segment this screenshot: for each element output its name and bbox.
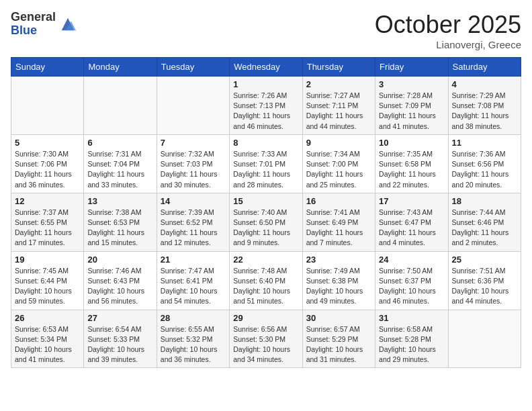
day-info: Sunrise: 7:47 AM Sunset: 6:41 PM Dayligh… [161, 266, 226, 307]
day-number: 4 [452, 79, 517, 89]
calendar-cell: 13Sunrise: 7:38 AM Sunset: 6:53 PM Dayli… [84, 193, 157, 251]
calendar-week-row: 26Sunrise: 6:53 AM Sunset: 5:34 PM Dayli… [11, 310, 521, 368]
calendar-cell: 28Sunrise: 6:55 AM Sunset: 5:32 PM Dayli… [157, 310, 229, 368]
calendar-day-header: Thursday [302, 58, 375, 77]
day-number: 14 [161, 196, 226, 206]
day-number: 16 [306, 196, 371, 206]
calendar-cell: 1Sunrise: 7:26 AM Sunset: 7:13 PM Daylig… [230, 77, 302, 135]
calendar-cell: 14Sunrise: 7:39 AM Sunset: 6:52 PM Dayli… [157, 193, 229, 251]
calendar-cell: 7Sunrise: 7:32 AM Sunset: 7:03 PM Daylig… [157, 134, 229, 193]
day-number: 1 [233, 79, 298, 89]
calendar-cell: 18Sunrise: 7:44 AM Sunset: 6:46 PM Dayli… [448, 193, 521, 251]
calendar-day-header: Tuesday [157, 58, 229, 77]
day-info: Sunrise: 7:26 AM Sunset: 7:13 PM Dayligh… [233, 91, 298, 132]
day-info: Sunrise: 6:54 AM Sunset: 5:33 PM Dayligh… [87, 324, 152, 365]
calendar-cell: 23Sunrise: 7:49 AM Sunset: 6:38 PM Dayli… [302, 251, 375, 310]
day-number: 24 [379, 255, 444, 265]
day-info: Sunrise: 7:35 AM Sunset: 6:58 PM Dayligh… [379, 149, 444, 190]
day-number: 19 [15, 255, 80, 265]
day-info: Sunrise: 7:36 AM Sunset: 6:56 PM Dayligh… [452, 149, 517, 190]
day-number: 25 [452, 255, 517, 265]
calendar-cell: 10Sunrise: 7:35 AM Sunset: 6:58 PM Dayli… [375, 134, 448, 193]
calendar-week-row: 1Sunrise: 7:26 AM Sunset: 7:13 PM Daylig… [11, 77, 521, 135]
day-number: 17 [379, 196, 444, 206]
calendar-cell: 25Sunrise: 7:51 AM Sunset: 6:36 PM Dayli… [448, 251, 521, 310]
day-number: 7 [161, 138, 226, 148]
calendar-cell: 21Sunrise: 7:47 AM Sunset: 6:41 PM Dayli… [157, 251, 229, 310]
day-number: 26 [15, 313, 80, 323]
day-info: Sunrise: 6:53 AM Sunset: 5:34 PM Dayligh… [15, 324, 80, 365]
calendar-table: SundayMondayTuesdayWednesdayThursdayFrid… [11, 57, 521, 368]
day-info: Sunrise: 7:31 AM Sunset: 7:04 PM Dayligh… [87, 149, 152, 190]
calendar-cell: 17Sunrise: 7:43 AM Sunset: 6:47 PM Dayli… [375, 193, 448, 251]
day-number: 18 [452, 196, 517, 206]
calendar-cell [11, 77, 84, 135]
day-number: 28 [161, 313, 226, 323]
calendar-week-row: 12Sunrise: 7:37 AM Sunset: 6:55 PM Dayli… [11, 193, 521, 251]
calendar-day-header: Saturday [448, 58, 521, 77]
calendar-cell: 12Sunrise: 7:37 AM Sunset: 6:55 PM Dayli… [11, 193, 84, 251]
day-info: Sunrise: 7:27 AM Sunset: 7:11 PM Dayligh… [306, 91, 371, 132]
day-number: 15 [233, 196, 298, 206]
day-number: 8 [233, 138, 298, 148]
calendar-day-header: Sunday [11, 58, 84, 77]
calendar-cell: 27Sunrise: 6:54 AM Sunset: 5:33 PM Dayli… [84, 310, 157, 368]
day-number: 27 [87, 313, 152, 323]
calendar-day-header: Wednesday [230, 58, 302, 77]
day-number: 23 [306, 255, 371, 265]
day-info: Sunrise: 7:28 AM Sunset: 7:09 PM Dayligh… [379, 91, 444, 132]
day-info: Sunrise: 7:46 AM Sunset: 6:43 PM Dayligh… [87, 266, 152, 307]
day-info: Sunrise: 7:37 AM Sunset: 6:55 PM Dayligh… [15, 208, 80, 248]
day-info: Sunrise: 7:32 AM Sunset: 7:03 PM Dayligh… [161, 149, 226, 190]
day-number: 12 [15, 196, 80, 206]
calendar-cell: 26Sunrise: 6:53 AM Sunset: 5:34 PM Dayli… [11, 310, 84, 368]
logo: General Blue [11, 11, 77, 38]
day-info: Sunrise: 6:58 AM Sunset: 5:28 PM Dayligh… [379, 324, 444, 365]
day-number: 13 [87, 196, 152, 206]
day-info: Sunrise: 7:40 AM Sunset: 6:50 PM Dayligh… [233, 208, 298, 248]
day-number: 10 [379, 138, 444, 148]
month-title: October 2025 [375, 11, 521, 39]
logo-blue-text: Blue [11, 24, 56, 38]
calendar-day-header: Friday [375, 58, 448, 77]
logo-general-text: General [11, 11, 56, 24]
day-number: 11 [452, 138, 517, 148]
day-number: 9 [306, 138, 371, 148]
day-info: Sunrise: 7:45 AM Sunset: 6:44 PM Dayligh… [15, 266, 80, 307]
calendar-cell: 29Sunrise: 6:56 AM Sunset: 5:30 PM Dayli… [230, 310, 302, 368]
calendar-week-row: 19Sunrise: 7:45 AM Sunset: 6:44 PM Dayli… [11, 251, 521, 310]
day-number: 29 [233, 313, 298, 323]
calendar-cell [157, 77, 229, 135]
day-number: 6 [87, 138, 152, 148]
calendar-day-header: Monday [84, 58, 157, 77]
day-info: Sunrise: 7:41 AM Sunset: 6:49 PM Dayligh… [306, 208, 371, 248]
day-info: Sunrise: 7:44 AM Sunset: 6:46 PM Dayligh… [452, 208, 517, 248]
calendar-cell: 9Sunrise: 7:34 AM Sunset: 7:00 PM Daylig… [302, 134, 375, 193]
calendar-cell: 24Sunrise: 7:50 AM Sunset: 6:37 PM Dayli… [375, 251, 448, 310]
day-info: Sunrise: 7:50 AM Sunset: 6:37 PM Dayligh… [379, 266, 444, 307]
calendar-cell: 16Sunrise: 7:41 AM Sunset: 6:49 PM Dayli… [302, 193, 375, 251]
location: Lianovergi, Greece [375, 39, 521, 50]
day-info: Sunrise: 6:57 AM Sunset: 5:29 PM Dayligh… [306, 324, 371, 365]
day-info: Sunrise: 7:51 AM Sunset: 6:36 PM Dayligh… [452, 266, 517, 307]
calendar-week-row: 5Sunrise: 7:30 AM Sunset: 7:06 PM Daylig… [11, 134, 521, 193]
calendar-cell: 5Sunrise: 7:30 AM Sunset: 7:06 PM Daylig… [11, 134, 84, 193]
calendar-cell: 19Sunrise: 7:45 AM Sunset: 6:44 PM Dayli… [11, 251, 84, 310]
day-info: Sunrise: 7:38 AM Sunset: 6:53 PM Dayligh… [87, 208, 152, 248]
calendar-cell: 20Sunrise: 7:46 AM Sunset: 6:43 PM Dayli… [84, 251, 157, 310]
day-info: Sunrise: 7:49 AM Sunset: 6:38 PM Dayligh… [306, 266, 371, 307]
title-block: October 2025 Lianovergi, Greece [375, 11, 521, 50]
day-number: 30 [306, 313, 371, 323]
day-info: Sunrise: 7:43 AM Sunset: 6:47 PM Dayligh… [379, 208, 444, 248]
calendar-cell: 3Sunrise: 7:28 AM Sunset: 7:09 PM Daylig… [375, 77, 448, 135]
calendar-cell [448, 310, 521, 368]
calendar-cell: 31Sunrise: 6:58 AM Sunset: 5:28 PM Dayli… [375, 310, 448, 368]
calendar-cell: 15Sunrise: 7:40 AM Sunset: 6:50 PM Dayli… [230, 193, 302, 251]
day-info: Sunrise: 7:29 AM Sunset: 7:08 PM Dayligh… [452, 91, 517, 132]
calendar-header-row: SundayMondayTuesdayWednesdayThursdayFrid… [11, 58, 521, 77]
day-number: 20 [87, 255, 152, 265]
calendar-cell: 11Sunrise: 7:36 AM Sunset: 6:56 PM Dayli… [448, 134, 521, 193]
day-info: Sunrise: 6:56 AM Sunset: 5:30 PM Dayligh… [233, 324, 298, 365]
day-number: 5 [15, 138, 80, 148]
calendar-cell: 22Sunrise: 7:48 AM Sunset: 6:40 PM Dayli… [230, 251, 302, 310]
